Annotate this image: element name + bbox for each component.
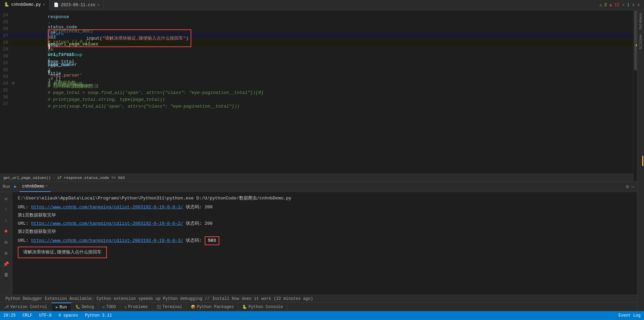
- code-content: 24 25 if response . status_code: [0, 10, 637, 174]
- right-sidebar: Database SciView: [637, 10, 644, 311]
- tab-csv[interactable]: 📄 2023-09-11.csv ×: [50, 0, 104, 10]
- terminal-label: Terminal: [163, 305, 182, 309]
- run-panel-body: ↺ ↑ ↓ ■ ⊟ ⚙ 📌 🗑 C:\Users\eliauk\AppData\…: [0, 192, 637, 311]
- status-value-1: 200: [205, 204, 213, 211]
- close-icon[interactable]: ×: [97, 3, 100, 7]
- status-charset[interactable]: UTF-8: [36, 313, 55, 318]
- pin-button[interactable]: 📌: [2, 260, 11, 268]
- chevron-down-icon[interactable]: ∨: [638, 2, 640, 8]
- trash-button[interactable]: 🗑: [2, 270, 11, 279]
- status-label-1: 状态码:: [186, 204, 202, 211]
- rerun-button[interactable]: ↺: [2, 194, 11, 203]
- problems-label: Problems: [128, 305, 148, 309]
- breadcrumb: get_url_page_values() › if response.stat…: [0, 174, 637, 181]
- close-run-button[interactable]: ⊟: [2, 238, 11, 247]
- python-file-icon: 🐍: [4, 2, 9, 7]
- status-line-ending[interactable]: CRLF: [19, 313, 36, 318]
- breadcrumb-condition[interactable]: if response.status_code == 503: [57, 176, 125, 180]
- url-label-1: URL:: [18, 204, 28, 211]
- settings-icon[interactable]: ⚙: [626, 184, 629, 190]
- bottom-tab-problems[interactable]: ⚠ Problems: [120, 303, 152, 311]
- breadcrumb-arrow: ›: [53, 176, 55, 180]
- url-link-3[interactable]: https://www.cnhnb.com/hangqing/cdlist-20…: [31, 237, 183, 245]
- bottom-tab-version-control[interactable]: ⎇ Version Control: [0, 303, 52, 311]
- url-link-1[interactable]: https://www.cnhnb.com/hangqing/cdlist-20…: [31, 204, 183, 211]
- run-tab-icon: ▶: [56, 305, 58, 310]
- debug-label: Debug: [82, 305, 94, 309]
- run-label: Run: [3, 184, 10, 189]
- status-time[interactable]: 28:25: [0, 313, 19, 318]
- status-label-3: 状态码:: [186, 237, 202, 245]
- notification-bar: Python Debugger Extension Available: Cyt…: [0, 295, 637, 302]
- run-url-line-2: URL: https://www.cnhnb.com/hangqing/cdli…: [18, 220, 632, 227]
- todo-icon: ☑: [102, 305, 105, 309]
- stop-button[interactable]: ■: [2, 227, 11, 236]
- run-left-toolbar: ↺ ↑ ↓ ■ ⊟ ⚙ 📌 🗑: [0, 192, 12, 311]
- minimize-icon[interactable]: —: [632, 184, 634, 190]
- close-icon[interactable]: ×: [43, 3, 45, 7]
- tab-label: 2023-09-11.csv: [61, 3, 95, 8]
- version-control-icon: ⎇: [4, 304, 9, 309]
- run-tab-label: Run: [59, 305, 67, 310]
- scroll-down-button[interactable]: ↓: [2, 216, 11, 225]
- bottom-tab-python-console[interactable]: 🐍 Python Console: [238, 303, 287, 311]
- tab-bar: 🐍 cnhnbDemo.py × 📄 2023-09-11.csv × ⚠ 2 …: [0, 0, 644, 10]
- run-url-line-1: URL: https://www.cnhnb.com/hangqing/cdli…: [18, 204, 632, 211]
- top-right-icons: ⚠ 2 ▲ 12 ✓ 1 ∧ ∨: [599, 2, 644, 8]
- code-lines-container: 24 25 if response . status_code: [0, 10, 637, 174]
- status-503-box: 503: [205, 236, 219, 245]
- problems-icon: ⚠: [124, 305, 127, 309]
- run-icon: ▶: [14, 184, 17, 189]
- bottom-tab-run[interactable]: ▶ Run: [52, 303, 71, 311]
- settings-run-button[interactable]: ⚙: [2, 249, 11, 258]
- breadcrumb-func[interactable]: get_url_page_values(): [3, 176, 51, 180]
- url-label-3: URL:: [18, 237, 28, 245]
- code-line-31: 31 soup = BeautifulSoup ( html_doc , 'ht…: [0, 59, 637, 66]
- run-url-line-3: URL: https://www.cnhnb.com/hangqing/cdli…: [18, 236, 632, 245]
- status-value-2: 200: [205, 220, 213, 227]
- chevron-up-icon[interactable]: ∧: [632, 2, 635, 8]
- sidebar-database[interactable]: Database: [639, 10, 643, 32]
- csv-file-icon: 📄: [54, 2, 59, 8]
- bottom-tab-python-packages[interactable]: 📦 Python Packages: [187, 303, 238, 311]
- tab-label: cnhnbDemo.py: [11, 2, 41, 7]
- python-console-icon: 🐍: [242, 305, 247, 309]
- run-panel-toolbar: ⚙ —: [626, 184, 634, 190]
- editor-area: 24 25 if response . status_code: [0, 10, 637, 181]
- status-bar-left: 28:25 CRLF UTF-8 4 spaces Python 3.11: [0, 313, 615, 318]
- bottom-tab-todo[interactable]: ☑ TODO: [98, 303, 120, 311]
- result-line-2: 第2页数据获取完毕: [18, 228, 632, 236]
- terminal-icon: ⬛: [156, 305, 161, 309]
- notification-text: Python Debugger Extension Available: Cyt…: [5, 296, 313, 301]
- url-link-2[interactable]: https://www.cnhnb.com/hangqing/cdlist-20…: [31, 220, 183, 227]
- bottom-tab-terminal[interactable]: ⬛ Terminal: [152, 303, 187, 311]
- status-bar: 28:25 CRLF UTF-8 4 spaces Python 3.11 Ev…: [0, 311, 644, 320]
- event-log-button[interactable]: Event Log: [615, 313, 644, 318]
- status-label-2: 状态码:: [186, 220, 202, 227]
- url-label-2: URL:: [18, 220, 28, 227]
- run-command: C:\Users\eliauk\AppData\Local\Programs\P…: [18, 195, 632, 202]
- debug-icon: 🐛: [76, 305, 80, 309]
- sidebar-sciview[interactable]: SciView: [639, 32, 643, 52]
- run-panel-header: Run ▶ cnhnbDemo × ⚙ —: [0, 182, 637, 192]
- bottom-tabs-bar: ⎇ Version Control ▶ Run 🐛 Debug ☑ TODO ⚠…: [0, 302, 644, 311]
- todo-label: TODO: [106, 305, 116, 309]
- run-tab-close-icon[interactable]: ×: [46, 184, 48, 188]
- status-bar-right: Event Log: [615, 313, 644, 318]
- editor-scrollbar[interactable]: [633, 10, 637, 174]
- run-tab-cnhnb[interactable]: cnhnbDemo ×: [19, 182, 51, 192]
- python-packages-icon: 📦: [191, 305, 195, 309]
- status-indent[interactable]: 4 spaces: [55, 313, 82, 318]
- code-line-37: 37 # print(soup.find_all('span', attrs={…: [0, 100, 637, 107]
- input-prompt-container: 请解决滑块验证,随便输入点什么按回车: [18, 247, 632, 258]
- scroll-up-button[interactable]: ↑: [2, 205, 11, 214]
- result-line-1: 第1页数据获取完毕: [18, 212, 632, 219]
- bottom-tab-debug[interactable]: 🐛 Debug: [71, 303, 98, 311]
- input-prompt-box: 请解决滑块验证,随便输入点什么按回车: [18, 247, 107, 258]
- tab-cnhnbdemo[interactable]: 🐍 cnhnbDemo.py ×: [0, 0, 50, 10]
- run-output: C:\Users\eliauk\AppData\Local\Programs\P…: [12, 192, 637, 311]
- python-console-label: Python Console: [248, 305, 283, 309]
- warning-badge: ⚠ 2: [599, 2, 607, 8]
- status-python[interactable]: Python 3.11: [81, 313, 115, 318]
- error-badge: ▲ 12: [609, 3, 619, 8]
